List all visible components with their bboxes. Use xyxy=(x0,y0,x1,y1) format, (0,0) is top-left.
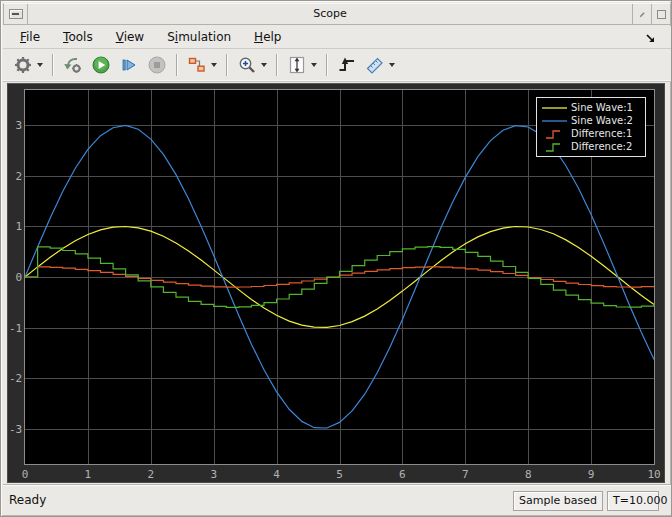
legend-line-sample-icon xyxy=(537,115,571,127)
status-bar: Ready Sample based T=10.000 xyxy=(3,484,671,515)
legend-stairs-sample-icon xyxy=(537,128,571,140)
y-tick-label: 1 xyxy=(9,220,22,233)
dropdown-arrow-icon[interactable] xyxy=(389,63,395,67)
x-tick-label: 3 xyxy=(210,468,217,481)
dropdown-arrow-icon[interactable] xyxy=(261,63,267,67)
trigger-icon xyxy=(337,55,357,75)
maximize-button[interactable] xyxy=(651,4,670,24)
run-icon xyxy=(91,55,111,75)
legend[interactable]: Sine Wave:1Sine Wave:2Difference:1Differ… xyxy=(536,97,646,157)
measurements-button[interactable] xyxy=(362,52,398,78)
toolbar-separator xyxy=(52,54,54,76)
legend-label: Difference:1 xyxy=(571,128,632,139)
restore-button[interactable] xyxy=(632,4,651,24)
y-tick-label: 2 xyxy=(9,169,22,182)
minimize-icon xyxy=(12,13,19,15)
legend-label: Difference:2 xyxy=(571,141,632,152)
status-message: Ready xyxy=(9,493,46,507)
legend-label: Sine Wave:2 xyxy=(571,115,633,126)
x-tick-label: 5 xyxy=(336,468,343,481)
system-menu-button[interactable] xyxy=(4,4,28,24)
dropdown-arrow-icon[interactable] xyxy=(211,63,217,67)
toolbar-separator xyxy=(276,54,278,76)
y-tick-label: -2 xyxy=(9,372,22,385)
stop-button xyxy=(144,52,170,78)
menu-simulation[interactable]: Simulation xyxy=(160,28,238,46)
menu-tools[interactable]: Tools xyxy=(56,28,100,46)
dropdown-arrow-icon[interactable] xyxy=(311,63,317,67)
legend-item: Sine Wave:2 xyxy=(537,114,645,127)
x-tick-label: 4 xyxy=(273,468,280,481)
x-tick-label: 9 xyxy=(588,468,595,481)
window-title: Scope xyxy=(28,4,632,24)
zoom-button[interactable] xyxy=(234,52,270,78)
menu-bar: FileToolsViewSimulationHelp xyxy=(3,26,671,49)
menu-view[interactable]: View xyxy=(109,28,151,46)
legend-item: Difference:2 xyxy=(537,140,645,153)
toolbar-separator xyxy=(176,54,178,76)
toolbar xyxy=(3,49,671,82)
dropdown-arrow-icon[interactable] xyxy=(37,63,43,67)
y-tick-label: 3 xyxy=(9,119,22,132)
sample-mode-field: Sample based xyxy=(513,491,603,511)
measurements-icon xyxy=(365,55,385,75)
plot-figure: Sine Wave:1Sine Wave:2Difference:1Differ… xyxy=(7,83,665,483)
trigger-button[interactable] xyxy=(334,52,360,78)
legend-line-sample-icon xyxy=(537,102,571,114)
y-tick-label: 0 xyxy=(9,271,22,284)
signal-selector-icon xyxy=(187,55,207,75)
scope-window: Scope FileToolsViewSimulationHelp Sine W… xyxy=(0,0,672,517)
y-tick-label: -3 xyxy=(9,422,22,435)
step-forward-button[interactable] xyxy=(116,52,142,78)
x-tick-label: 7 xyxy=(462,468,469,481)
legend-item: Difference:1 xyxy=(537,127,645,140)
y-tick-label: -1 xyxy=(9,321,22,334)
highlight-simulink-block-button[interactable] xyxy=(60,52,86,78)
title-bar: Scope xyxy=(3,3,671,25)
toolbar-separator xyxy=(226,54,228,76)
x-tick-label: 6 xyxy=(399,468,406,481)
restore-icon xyxy=(639,11,646,18)
x-tick-label: 2 xyxy=(147,468,154,481)
axes-scaling-icon xyxy=(287,55,307,75)
parameters-button[interactable] xyxy=(10,52,46,78)
maximize-icon xyxy=(657,10,666,19)
x-tick-label: 0 xyxy=(22,468,29,481)
gear-icon xyxy=(13,55,33,75)
goto-simulink-icon xyxy=(63,55,83,75)
dock-arrow-icon[interactable] xyxy=(645,33,657,45)
legend-label: Sine Wave:1 xyxy=(571,102,633,113)
zoom-icon xyxy=(237,55,257,75)
x-tick-label: 10 xyxy=(647,468,660,481)
x-tick-label: 1 xyxy=(85,468,92,481)
menu-help[interactable]: Help xyxy=(247,28,288,46)
toolbar-separator xyxy=(326,54,328,76)
stop-icon xyxy=(147,55,167,75)
x-tick-label: 8 xyxy=(525,468,532,481)
run-button[interactable] xyxy=(88,52,114,78)
sim-time-field: T=10.000 xyxy=(607,491,659,511)
menu-file[interactable]: File xyxy=(13,28,47,46)
axes-scaling-button[interactable] xyxy=(284,52,320,78)
signal-selector-button[interactable] xyxy=(184,52,220,78)
legend-stairs-sample-icon xyxy=(537,141,571,153)
legend-item: Sine Wave:1 xyxy=(537,101,645,114)
step-forward-icon xyxy=(119,55,139,75)
